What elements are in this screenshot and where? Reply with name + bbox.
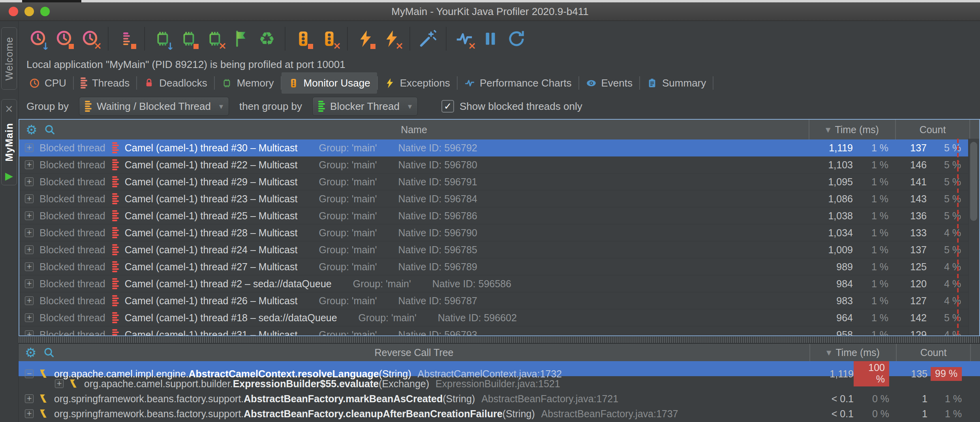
call-tree-row[interactable]: + org.springframework.beans.factory.supp… — [19, 391, 980, 406]
call-tree-table: ⚙ Reverse Call Tree ▼ Time (ms) Count — [19, 343, 980, 422]
table-row[interactable]: + Blocked thread Camel (camel-1) thread … — [19, 241, 979, 258]
expand-icon[interactable]: + — [25, 143, 34, 152]
table-row[interactable]: + Blocked thread Camel (camel-1) thread … — [19, 224, 979, 241]
table-row[interactable]: + Blocked thread Camel (camel-1) thread … — [19, 139, 979, 156]
magic-wand-icon[interactable] — [417, 26, 439, 51]
tab-monitor-usage[interactable]: Monitor Usage — [282, 72, 377, 94]
tab-threads[interactable]: Threads — [74, 72, 136, 94]
minimize-window-button[interactable] — [24, 7, 34, 16]
table-row[interactable]: + Blocked thread Camel (camel-1) thread … — [19, 258, 979, 275]
count-value: 137 — [895, 142, 927, 154]
tab-performance-charts[interactable]: Performance Charts — [458, 72, 578, 94]
call-tree-title-header[interactable]: ⚙ Reverse Call Tree — [19, 344, 809, 361]
expand-icon[interactable]: + — [25, 177, 34, 186]
flag-icon[interactable] — [229, 26, 252, 51]
thread-stack-icon — [112, 142, 119, 153]
expand-icon[interactable]: + — [25, 245, 34, 254]
expand-icon[interactable]: + — [25, 313, 34, 322]
mymain-tab-label: MyMain — [4, 123, 15, 162]
traffic-light-clear-icon[interactable] — [318, 26, 341, 51]
bolt-clear-icon[interactable] — [380, 26, 403, 51]
thread-stack-icon — [112, 210, 119, 221]
table-row[interactable]: + Blocked thread Camel (camel-1) thread … — [19, 207, 979, 224]
traffic-light-stop-icon[interactable] — [292, 26, 315, 51]
clock-capture-icon[interactable] — [26, 26, 49, 51]
chip-stop-icon[interactable] — [177, 26, 200, 51]
blocked-thread-label: Blocked thread — [39, 295, 105, 307]
tab-cpu[interactable]: CPU — [23, 72, 73, 94]
time-column-header[interactable]: ▼ Time (ms) — [809, 120, 895, 139]
monitor-table-header: ⚙ Name ▼ Time (ms) Count — [19, 120, 979, 139]
pulse-clear-icon[interactable] — [453, 26, 476, 51]
table-row[interactable]: + Blocked thread Camel (camel-1) thread … — [19, 190, 979, 207]
refresh-icon[interactable] — [505, 26, 528, 51]
clock-stop-icon[interactable] — [53, 26, 75, 51]
rail-tab-mymain[interactable]: × MyMain ▶ — [1, 99, 17, 185]
method-name: AbstractBeanFactory.cleanupAfterBeanCrea… — [244, 408, 502, 420]
expand-icon[interactable]: + — [25, 262, 34, 271]
show-blocked-checkbox[interactable]: ✓ — [441, 100, 454, 113]
count-column-header[interactable]: Count — [895, 120, 969, 139]
bolt-stop-icon[interactable] — [354, 26, 377, 51]
pause-icon[interactable] — [479, 26, 502, 51]
vertical-scrollbar[interactable] — [968, 139, 979, 335]
table-row[interactable]: + Blocked thread Camel (camel-1) thread … — [19, 275, 979, 292]
expand-icon[interactable]: + — [25, 211, 34, 220]
blocked-thread-label: Blocked thread — [39, 210, 105, 222]
expand-icon[interactable]: + — [25, 394, 34, 403]
rail-tab-welcome[interactable]: Welcome — [1, 27, 17, 90]
tab-exceptions[interactable]: Exceptions — [378, 72, 457, 94]
count-column-header[interactable]: Count — [896, 344, 970, 361]
gear-icon[interactable]: ⚙ — [25, 346, 37, 359]
table-row[interactable]: + Blocked thread Camel (camel-1) thread … — [19, 292, 979, 309]
source-location: AbstractBeanFactory.java:1737 — [541, 408, 678, 420]
expand-icon[interactable]: + — [25, 160, 34, 169]
thread-name: Camel (camel-1) thread #23 – Multicast — [125, 193, 298, 205]
thread-stack-icon[interactable] — [115, 26, 138, 51]
table-row[interactable]: + Blocked thread Camel (camel-1) thread … — [19, 156, 979, 173]
chip-clear-icon[interactable] — [203, 26, 226, 51]
count-value: 135 — [896, 368, 927, 380]
zoom-window-button[interactable] — [40, 7, 50, 16]
thread-native-id: Native ID: 596784 — [398, 193, 477, 205]
gear-icon[interactable]: ⚙ — [26, 123, 38, 136]
panel-splitter[interactable] — [19, 336, 980, 343]
blocked-thread-label: Blocked thread — [39, 227, 105, 239]
expand-icon[interactable]: + — [25, 330, 34, 336]
thread-name: Camel (camel-1) thread #31 – Multicast — [125, 329, 298, 337]
tab-deadlocks[interactable]: Deadlocks — [137, 72, 214, 94]
close-window-button[interactable] — [9, 7, 18, 16]
then-group-by-dropdown[interactable]: Blocker Thread ▾ — [312, 97, 418, 116]
expand-icon[interactable]: + — [25, 194, 34, 203]
tab-events[interactable]: Events — [579, 72, 640, 94]
table-row[interactable]: + Blocked thread Camel (camel-1) thread … — [19, 309, 979, 326]
expand-icon[interactable]: + — [25, 228, 34, 237]
chip-capture-icon[interactable] — [151, 26, 174, 51]
blocked-thread-label: Blocked thread — [39, 159, 105, 171]
search-icon[interactable] — [43, 347, 55, 358]
expand-icon[interactable]: + — [55, 379, 64, 388]
name-column-header[interactable]: ⚙ Name — [19, 120, 809, 139]
call-tree-row[interactable]: + org.springframework.beans.factory.supp… — [19, 406, 980, 421]
expand-icon[interactable]: + — [25, 279, 34, 288]
thread-name: Camel (camel-1) thread #30 – Multicast — [125, 142, 298, 154]
clock-clear-icon[interactable] — [79, 26, 101, 51]
group-by-value: Waiting / Blocked Thread — [97, 100, 211, 113]
recycle-icon[interactable]: ♻ — [255, 26, 278, 51]
group-by-dropdown[interactable]: Waiting / Blocked Thread ▾ — [79, 97, 229, 116]
call-tree-row[interactable]: − org.apache.camel.impl.engine.AbstractC… — [19, 361, 980, 376]
expand-icon[interactable]: + — [25, 296, 34, 305]
scrollbar-thumb[interactable] — [970, 142, 977, 221]
count-value: 129 — [895, 329, 927, 337]
tab-label: Monitor Usage — [304, 77, 370, 89]
close-session-icon[interactable]: × — [5, 104, 13, 114]
tab-memory[interactable]: Memory — [215, 72, 281, 94]
time-column-header[interactable]: ▼ Time (ms) — [809, 344, 896, 361]
table-row[interactable]: + Blocked thread Camel (camel-1) thread … — [19, 326, 979, 336]
search-icon[interactable] — [44, 124, 56, 136]
expand-icon[interactable]: + — [25, 409, 34, 418]
count-value: 141 — [895, 176, 927, 188]
table-row[interactable]: + Blocked thread Camel (camel-1) thread … — [19, 173, 979, 190]
tab-label: CPU — [45, 77, 66, 89]
tab-summary[interactable]: Summary — [640, 72, 713, 94]
